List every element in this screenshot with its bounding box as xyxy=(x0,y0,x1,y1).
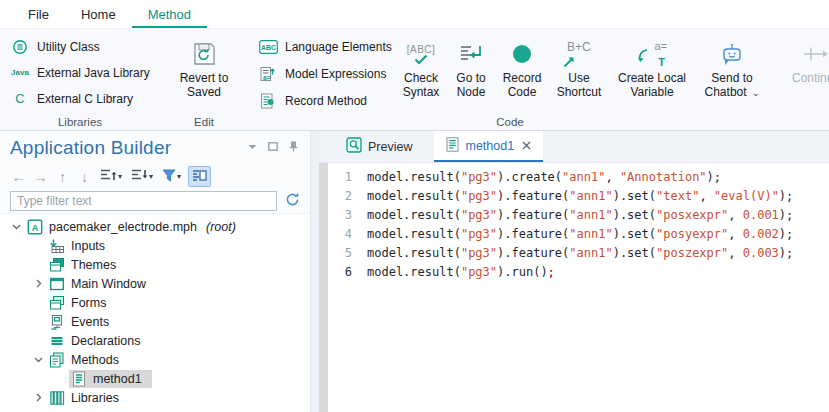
revert-to-saved-label: Revert to Saved xyxy=(176,71,232,99)
tree-item-methods[interactable]: Methods xyxy=(0,350,310,369)
code-line[interactable]: 4model.result("pg3").feature("ann1").set… xyxy=(328,224,829,243)
tab-file[interactable]: File xyxy=(12,2,65,28)
go-to-node-label: Go to Node xyxy=(451,71,491,99)
ribbon-group-continue: Continue xyxy=(776,29,829,130)
collapse-tree-button[interactable]: ▾ xyxy=(129,167,155,187)
tree-item-forms[interactable]: Forms xyxy=(0,293,310,312)
use-shortcut-icon: B+C xyxy=(563,37,595,71)
close-icon[interactable] xyxy=(522,141,531,150)
utility-class-label: Utility Class xyxy=(37,40,100,54)
ribbon-tab-bar: File Home Method xyxy=(0,0,829,28)
tree-item-themes[interactable]: Themes xyxy=(0,255,310,274)
float-panel-icon[interactable] xyxy=(268,142,278,151)
inputs-icon xyxy=(48,238,66,254)
main-window-icon xyxy=(48,276,66,292)
back-arrow-icon[interactable]: ← xyxy=(10,167,27,187)
record-code-button[interactable]: Record Code xyxy=(496,34,548,99)
tree-item-libraries[interactable]: Libraries xyxy=(0,388,310,407)
record-code-icon xyxy=(511,37,533,71)
show-all-toggle-button[interactable] xyxy=(188,166,211,187)
method-editor: Preview method1 1model.result("pg3").cre… xyxy=(319,131,829,412)
collapse-chevron-icon[interactable] xyxy=(248,144,257,150)
tree-item-main-window[interactable]: Main Window xyxy=(0,274,310,293)
tree-item-label: Main Window xyxy=(71,277,146,291)
code-line[interactable]: 6model.result("pg3").run(); xyxy=(328,262,829,281)
filter-input[interactable] xyxy=(10,191,277,211)
tab-preview[interactable]: Preview xyxy=(334,131,424,162)
tree-item-events[interactable]: Events xyxy=(0,312,310,331)
code-line[interactable]: 3model.result("pg3").feature("ann1").set… xyxy=(328,205,829,224)
code-line[interactable]: 1model.result("pg3").create("ann1", "Ann… xyxy=(328,167,829,186)
tree-expander-icon[interactable] xyxy=(30,393,47,402)
tree-item-declarations[interactable]: Declarations xyxy=(0,331,310,350)
line-number: 5 xyxy=(328,246,352,260)
tree-item-label: Forms xyxy=(71,296,106,310)
external-java-library-label: External Java Library xyxy=(37,66,150,80)
chevron-down-icon: ⌄ xyxy=(752,88,760,98)
utility-class-button[interactable]: Utility Class xyxy=(4,34,156,59)
tree-expander-icon[interactable] xyxy=(8,224,25,230)
code-area[interactable]: 1model.result("pg3").create("ann1", "Ann… xyxy=(319,163,829,412)
code-text: model.result("pg3").feature("ann1").set(… xyxy=(367,246,793,260)
continue-label: Continue xyxy=(792,71,829,85)
filter-button[interactable]: ▾ xyxy=(160,167,183,187)
tree-item-pacemaker-electrode-mph[interactable]: Apacemaker_electrode.mph(root) xyxy=(0,217,310,236)
record-method-button[interactable]: Record Method xyxy=(252,88,394,113)
code-group-label: Code xyxy=(248,116,772,128)
tree-item-method1[interactable]: method1 xyxy=(0,369,310,388)
check-syntax-label: Check Syntax xyxy=(398,71,444,99)
ribbon-group-edit: Revert to Saved Edit xyxy=(164,29,244,130)
external-c-library-button[interactable]: C External C Library xyxy=(4,86,156,111)
panel-title: Application Builder xyxy=(10,137,171,158)
revert-to-saved-button[interactable]: Revert to Saved xyxy=(168,34,240,99)
send-to-chatbot-icon xyxy=(720,37,744,71)
tab-method1-label: method1 xyxy=(465,139,514,153)
tab-method1[interactable]: method1 xyxy=(434,131,543,162)
method-doc-icon xyxy=(446,137,459,155)
model-expressions-icon: a= xyxy=(258,66,278,82)
tree-expander-icon[interactable] xyxy=(30,279,47,288)
refresh-icon[interactable] xyxy=(285,192,300,210)
tree-item-label: Declarations xyxy=(71,334,140,348)
check-syntax-icon: [ABC] xyxy=(407,37,436,71)
continue-button[interactable]: Continue xyxy=(780,34,829,85)
use-shortcut-button[interactable]: B+C Use Shortcut xyxy=(550,34,608,99)
language-elements-icon: ABC xyxy=(258,39,278,55)
code-lines: 1model.result("pg3").create("ann1", "Ann… xyxy=(328,167,829,281)
code-text: model.result("pg3").feature("ann1").set(… xyxy=(367,189,793,203)
external-java-library-button[interactable]: Java External Java Library xyxy=(4,60,156,85)
application-builder-tree: Apacemaker_electrode.mph(root)InputsThem… xyxy=(0,213,310,412)
collapse-tree-icon xyxy=(131,168,148,185)
themes-icon xyxy=(48,257,66,273)
tab-home[interactable]: Home xyxy=(65,2,132,28)
panel-splitter[interactable] xyxy=(311,131,319,412)
ribbon: Utility Class Java External Java Library… xyxy=(0,28,829,131)
record-code-label: Record Code xyxy=(498,71,546,99)
go-to-node-button[interactable]: Go to Node xyxy=(448,34,494,99)
check-syntax-button[interactable]: [ABC] Check Syntax xyxy=(396,34,446,99)
tree-item-label: method1 xyxy=(93,372,142,386)
line-number: 4 xyxy=(328,227,352,241)
model-expressions-button[interactable]: a= Model Expressions xyxy=(252,61,394,86)
code-line[interactable]: 2model.result("pg3").feature("ann1").set… xyxy=(328,186,829,205)
move-up-icon[interactable]: ↑ xyxy=(54,167,71,187)
pin-panel-icon[interactable] xyxy=(289,141,298,152)
ribbon-group-libraries: Utility Class Java External Java Library… xyxy=(0,29,160,130)
code-line[interactable]: 5model.result("pg3").feature("ann1").set… xyxy=(328,243,829,262)
chevron-down-icon: ▾ xyxy=(149,172,153,181)
tree-item-label: pacemaker_electrode.mph xyxy=(49,220,197,234)
language-elements-button[interactable]: ABC Language Elements xyxy=(252,34,394,59)
svg-text:ABC: ABC xyxy=(260,44,275,51)
expand-tree-button[interactable]: ▾ xyxy=(98,167,124,187)
tab-method[interactable]: Method xyxy=(132,2,207,28)
forward-arrow-icon[interactable]: → xyxy=(32,167,49,187)
tree-expander-icon[interactable] xyxy=(30,357,47,363)
move-down-icon[interactable]: ↓ xyxy=(76,167,93,187)
show-all-toggle-icon xyxy=(192,169,207,185)
filter-icon xyxy=(162,169,176,185)
send-to-chatbot-button[interactable]: Send to Chatbot ⌄ xyxy=(696,34,768,100)
create-local-variable-button[interactable]: a= T Create Local Variable xyxy=(610,34,694,99)
method-doc-icon xyxy=(70,371,88,387)
tree-item-inputs[interactable]: Inputs xyxy=(0,236,310,255)
create-local-variable-icon: a= T xyxy=(637,37,667,71)
